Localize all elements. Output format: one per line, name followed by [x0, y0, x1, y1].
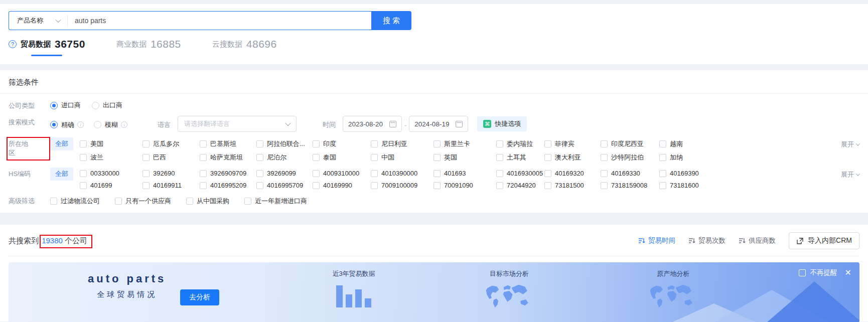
question-circle-icon[interactable]: ?	[9, 40, 17, 48]
end-date-input[interactable]: 2024-08-19	[409, 116, 468, 132]
hs-checkbox[interactable]: 73181500	[544, 182, 601, 189]
company-type-row: 公司类型 进口商 出口商	[9, 99, 859, 110]
analysis-banner[interactable]: auto parts 全球贸易情况 去分析 近3年贸易数据 目标市场分析	[9, 262, 859, 322]
region-checkbox[interactable]: 斯里兰卡	[433, 139, 496, 148]
region-checkbox[interactable]: 泰国	[313, 153, 371, 162]
hs-checkbox[interactable]: 70091090	[433, 182, 496, 189]
hs-checkbox[interactable]: 3926909709	[200, 170, 256, 177]
region-label: 所在地区	[9, 140, 28, 156]
tab-trade-data[interactable]: ? 贸易数据 36750	[9, 38, 85, 56]
advanced-checkbox[interactable]: 过滤物流公司	[50, 197, 100, 206]
close-icon[interactable]: ✕	[845, 269, 851, 277]
hs-checkbox[interactable]: 40169330	[601, 170, 659, 177]
hs-all-chip[interactable]: 全部	[50, 168, 73, 181]
start-date-input[interactable]: 2023-08-20	[343, 116, 402, 132]
sort-trade-time[interactable]: 贸易时间	[638, 236, 675, 245]
region-checkbox[interactable]: 澳大利亚	[544, 153, 601, 162]
hs-checkbox[interactable]: 401699	[80, 182, 142, 189]
chevron-down-icon	[55, 17, 61, 23]
checkbox-icon	[80, 154, 87, 161]
hs-checkbox[interactable]: 4009310000	[313, 170, 371, 177]
region-checkbox[interactable]: 阿拉伯联合...	[256, 139, 313, 148]
region-checkbox[interactable]: 英国	[433, 153, 496, 162]
hs-checkbox[interactable]: 4010390000	[371, 170, 433, 177]
region-checkbox[interactable]: 加纳	[659, 153, 830, 162]
hs-checkbox[interactable]: 39269099	[256, 170, 313, 177]
region-checkbox[interactable]: 波兰	[80, 153, 142, 162]
region-checkbox[interactable]: 菲律宾	[544, 139, 601, 148]
hs-checkbox[interactable]: 40169320	[544, 170, 601, 177]
advanced-checkbox[interactable]: 从中国采购	[186, 197, 229, 206]
hs-checkbox[interactable]: 40169990	[313, 182, 371, 189]
region-checkbox[interactable]: 土耳其	[496, 153, 544, 162]
region-checkbox[interactable]: 沙特阿拉伯	[601, 153, 659, 162]
hs-checkbox[interactable]: 00330000	[80, 170, 142, 177]
info-circle-icon[interactable]: i	[121, 121, 127, 128]
dismiss-label[interactable]: 不再提醒	[810, 268, 837, 277]
hs-expand-link[interactable]: 展开	[830, 168, 859, 179]
hs-checkbox[interactable]: 4016995709	[256, 182, 313, 189]
checkbox-icon	[142, 182, 150, 189]
checkbox-icon	[313, 154, 320, 161]
radio-fuzzy[interactable]: 模糊	[94, 119, 118, 129]
tab-cloud-search-data[interactable]: 云搜数据 48696	[212, 38, 277, 56]
hs-checkbox[interactable]: 401693	[433, 170, 496, 177]
region-checkbox[interactable]: 厄瓜多尔	[142, 139, 200, 148]
radio-importer[interactable]: 进口商	[50, 99, 81, 110]
hs-checkbox[interactable]: 4016995209	[200, 182, 256, 189]
checkbox-icon	[496, 140, 503, 147]
region-checkbox[interactable]: 尼日利亚	[371, 139, 433, 148]
region-checkbox[interactable]: 巴西	[142, 153, 200, 162]
region-checkbox[interactable]: 印度尼西亚	[601, 139, 659, 148]
region-row: 所在地区 全部 美国 厄瓜多尔 巴基斯坦 阿拉伯联合... 印度 尼日利亚 斯里…	[9, 137, 859, 162]
radio-label: 出口商	[103, 101, 122, 110]
language-select[interactable]: 请选择翻译语言	[178, 116, 297, 132]
hs-checkbox[interactable]: 7009100009	[371, 182, 433, 189]
radio-exact[interactable]: 精确	[50, 119, 74, 129]
region-expand-link[interactable]: 展开	[830, 137, 859, 149]
region-checkbox[interactable]: 委内瑞拉	[496, 139, 544, 148]
info-circle-icon[interactable]: i	[77, 121, 84, 128]
hs-checkbox[interactable]: 73181600	[659, 182, 830, 189]
hs-code-label: HS编码	[9, 168, 50, 179]
dismiss-checkbox[interactable]	[799, 269, 806, 276]
advanced-checkbox[interactable]: 近一年新增进口商	[244, 197, 307, 206]
region-checkbox[interactable]: 尼泊尔	[256, 153, 313, 162]
radio-exporter[interactable]: 出口商	[92, 99, 122, 110]
search-category-select[interactable]: 产品名称	[9, 16, 67, 25]
region-checkbox[interactable]: 越南	[659, 139, 830, 148]
checkbox-label: 70091090	[444, 182, 473, 189]
hs-checkbox[interactable]: 40169911	[142, 182, 200, 189]
red-annotation-box: 所在地区	[7, 137, 50, 160]
radio-icon	[94, 121, 101, 128]
analyze-button[interactable]: 去分析	[180, 289, 219, 305]
region-all-chip[interactable]: 全部	[50, 137, 73, 150]
region-checkbox[interactable]: 巴基斯坦	[200, 139, 256, 148]
hs-checkbox[interactable]: 4016930005	[496, 170, 544, 177]
checkbox-icon	[80, 140, 87, 147]
quick-options-button[interactable]: ⌘ 快捷选项	[477, 116, 527, 131]
hs-checkbox[interactable]: 7318159008	[601, 182, 659, 189]
checkbox-icon	[544, 140, 551, 147]
sort-trade-count[interactable]: 贸易次数	[688, 236, 726, 245]
checkbox-label: 401699	[90, 182, 112, 189]
hs-checkbox[interactable]: 392690	[142, 170, 200, 177]
checkbox-icon	[659, 170, 666, 177]
region-checkbox[interactable]: 美国	[80, 139, 142, 148]
hs-checkbox[interactable]: 72044920	[496, 182, 544, 189]
region-checkbox[interactable]: 印度	[313, 139, 371, 148]
checkbox-label: 从中国采购	[197, 197, 229, 206]
chevron-down-icon	[856, 141, 860, 145]
search-button[interactable]: 搜 索	[371, 11, 411, 30]
results-toolbar: 贸易时间 贸易次数 供应商数 导入内部CRM	[638, 232, 859, 249]
import-crm-button[interactable]: 导入内部CRM	[789, 232, 859, 249]
sort-supplier-count[interactable]: 供应商数	[739, 236, 776, 245]
search-input[interactable]	[68, 17, 371, 25]
checkbox-label: 40169330	[611, 170, 640, 177]
region-checkbox[interactable]: 中国	[371, 153, 433, 162]
region-checkbox[interactable]: 哈萨克斯坦	[200, 153, 256, 162]
tab-business-data[interactable]: 商业数据 16885	[116, 38, 181, 56]
advanced-checkbox[interactable]: 只有一个供应商	[115, 197, 171, 206]
hs-checkbox[interactable]: 40169390	[659, 170, 830, 177]
checkbox-label: 4016930005	[507, 170, 543, 177]
